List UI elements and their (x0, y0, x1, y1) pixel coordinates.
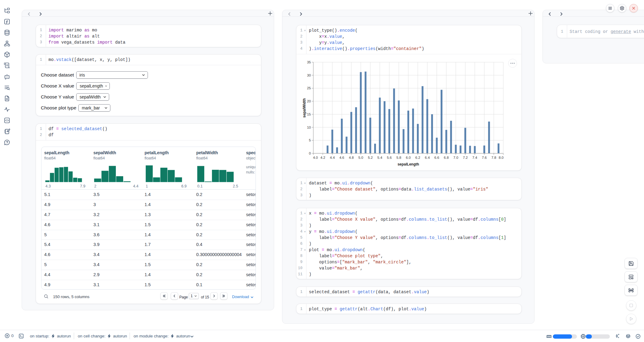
svg-text:10: 10 (307, 126, 311, 129)
svg-text:5.8: 5.8 (396, 156, 401, 159)
svg-text:5.0: 5.0 (358, 156, 363, 159)
svg-text:7.2: 7.2 (463, 156, 468, 159)
svg-text:20: 20 (307, 99, 311, 103)
svg-text:5: 5 (309, 138, 311, 142)
svg-text:sepalWidth: sepalWidth (302, 98, 306, 118)
svg-text:7.4: 7.4 (472, 156, 478, 159)
svg-text:5.6: 5.6 (387, 156, 392, 159)
svg-text:35: 35 (307, 60, 311, 64)
svg-text:7.0: 7.0 (453, 156, 458, 159)
svg-text:4.2: 4.2 (320, 156, 325, 159)
svg-text:25: 25 (307, 86, 311, 90)
svg-text:4.0: 4.0 (313, 156, 318, 159)
svg-text:4.4: 4.4 (330, 156, 335, 159)
svg-text:sepalLength: sepalLength (398, 162, 419, 166)
svg-text:6.4: 6.4 (425, 156, 430, 159)
svg-text:4.6: 4.6 (339, 156, 344, 159)
svg-text:6.6: 6.6 (434, 156, 439, 159)
svg-text:7.8: 7.8 (491, 156, 496, 159)
svg-text:4.8: 4.8 (349, 156, 354, 159)
svg-text:30: 30 (307, 73, 311, 77)
svg-text:6.0: 6.0 (406, 156, 411, 159)
svg-text:0: 0 (309, 151, 311, 155)
svg-text:6.2: 6.2 (415, 156, 420, 159)
svg-text:5.2: 5.2 (368, 156, 373, 159)
svg-text:7.6: 7.6 (482, 156, 487, 159)
svg-text:15: 15 (307, 112, 311, 116)
svg-text:5.4: 5.4 (377, 156, 383, 159)
svg-text:6.8: 6.8 (444, 156, 449, 159)
svg-text:8.0: 8.0 (499, 156, 504, 159)
